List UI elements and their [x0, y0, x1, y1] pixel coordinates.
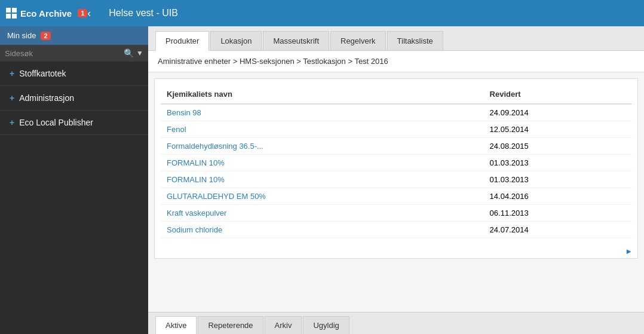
product-link[interactable]: Sodium chloride: [167, 225, 222, 234]
product-link[interactable]: FORMALIN 10%: [167, 158, 225, 167]
sidebar-item-label: Stoffkartotek: [19, 69, 66, 78]
products-table: Kjemikaliets navn Revidert Bensin 9824.0…: [161, 85, 631, 238]
product-name-cell[interactable]: FORMALIN 10%: [161, 171, 484, 188]
badge-1: 1: [78, 9, 87, 17]
top-navbar: Eco Archive 1 ‹ Helse vest - UIB: [0, 0, 644, 26]
product-date-cell: 14.04.2016: [484, 188, 631, 205]
col-header-date: Revidert: [484, 85, 631, 104]
min-side-link[interactable]: Min side 2: [0, 26, 148, 45]
product-link[interactable]: Fenol: [167, 125, 186, 134]
product-date-cell: 12.05.2014: [484, 121, 631, 138]
table-row: Bensin 9824.09.2014: [161, 104, 631, 121]
product-link[interactable]: Bensin 98: [167, 108, 201, 117]
page-title: Helse vest - UIB: [109, 8, 178, 19]
main-content: Produkter Lokasjon Masseutskrift Regelve…: [148, 26, 644, 334]
app-logo[interactable]: Eco Archive 1: [6, 8, 87, 19]
sidebar: Min side 2 🔍 ▼ + Stoffkartotek + Adminis…: [0, 26, 148, 334]
bottom-tab-ugyldig[interactable]: Ugyldig: [303, 316, 349, 334]
tab-produkter[interactable]: Produkter: [155, 31, 209, 51]
table-row: Formaldehydløsning 36.5-...24.08.2015: [161, 138, 631, 155]
sidebar-search-bar: 🔍 ▼: [0, 45, 148, 62]
product-name-cell[interactable]: FORMALIN 10%: [161, 155, 484, 171]
min-side-label: Min side: [7, 31, 36, 40]
tab-tiltaksliste[interactable]: Tiltaksliste: [387, 31, 443, 50]
bottom-tabs: Aktive Repeterende Arkiv Ugyldig: [148, 312, 644, 334]
search-input[interactable]: [5, 49, 121, 58]
bottom-tab-repeterende[interactable]: Repeterende: [198, 316, 263, 334]
product-date-cell: 01.03.2013: [484, 171, 631, 188]
content-area: Kjemikaliets navn Revidert Bensin 9824.0…: [148, 72, 644, 312]
sidebar-item-label: Eco Local Publisher: [19, 118, 93, 127]
product-name-cell[interactable]: GLUTARALDEHYD EM 50%: [161, 188, 484, 205]
product-link[interactable]: Formaldehydløsning 36.5-...: [167, 142, 263, 151]
product-link[interactable]: GLUTARALDEHYD EM 50%: [167, 192, 266, 201]
breadcrumb-text: Aministrative enheter > HMS-seksjonen > …: [158, 57, 388, 66]
product-date-cell: 24.08.2015: [484, 138, 631, 155]
bottom-tab-aktive[interactable]: Aktive: [155, 316, 197, 334]
app-logo-text: Eco Archive: [20, 8, 72, 19]
tab-lokasjon[interactable]: Lokasjon: [210, 31, 262, 50]
search-button[interactable]: 🔍: [124, 48, 134, 58]
back-chevron-icon[interactable]: ‹: [87, 7, 91, 20]
table-row: Kraft vaskepulver06.11.2013: [161, 205, 631, 222]
product-date-cell: 06.11.2013: [484, 205, 631, 222]
expand-icon: +: [10, 69, 14, 78]
bottom-tab-arkiv[interactable]: Arkiv: [265, 316, 302, 334]
product-name-cell[interactable]: Bensin 98: [161, 104, 484, 121]
product-link[interactable]: FORMALIN 10%: [167, 175, 225, 184]
main-tabs: Produkter Lokasjon Masseutskrift Regelve…: [148, 26, 644, 51]
tab-masseutskrift[interactable]: Masseutskrift: [263, 31, 329, 50]
breadcrumb: Aministrative enheter > HMS-seksjonen > …: [148, 51, 644, 72]
product-name-cell[interactable]: Fenol: [161, 121, 484, 138]
col-header-name: Kjemikaliets navn: [161, 85, 484, 104]
main-layout: Min side 2 🔍 ▼ + Stoffkartotek + Adminis…: [0, 26, 644, 334]
product-name-cell[interactable]: Kraft vaskepulver: [161, 205, 484, 222]
products-card: Kjemikaliets navn Revidert Bensin 9824.0…: [154, 78, 638, 259]
product-name-cell[interactable]: Sodium chloride: [161, 222, 484, 238]
sidebar-item-administrasjon[interactable]: + Administrasjon: [0, 86, 148, 111]
table-row: GLUTARALDEHYD EM 50%14.04.2016: [161, 188, 631, 205]
sidebar-item-label: Administrasjon: [19, 93, 74, 103]
more-link-icon: ►: [625, 247, 633, 256]
product-date-cell: 24.09.2014: [484, 104, 631, 121]
table-row: Sodium chloride24.07.2014: [161, 222, 631, 238]
products-card-inner: Kjemikaliets navn Revidert Bensin 9824.0…: [155, 79, 637, 244]
sidebar-item-stoffkartotek[interactable]: + Stoffkartotek: [0, 62, 148, 86]
table-row: FORMALIN 10%01.03.2013: [161, 155, 631, 171]
sidebar-item-eco-local-publisher[interactable]: + Eco Local Publisher: [0, 111, 148, 135]
table-row: FORMALIN 10%01.03.2013: [161, 171, 631, 188]
product-date-cell: 24.07.2014: [484, 222, 631, 238]
more-link[interactable]: ►: [155, 244, 637, 258]
expand-icon: +: [10, 93, 14, 103]
tab-regelverk[interactable]: Regelverk: [330, 31, 386, 50]
product-link[interactable]: Kraft vaskepulver: [167, 209, 226, 217]
product-date-cell: 01.03.2013: [484, 155, 631, 171]
search-dropdown-button[interactable]: ▼: [136, 49, 143, 57]
badge-2: 2: [41, 32, 50, 40]
grid-icon: [6, 8, 17, 19]
expand-icon: +: [10, 118, 14, 127]
product-name-cell[interactable]: Formaldehydløsning 36.5-...: [161, 138, 484, 155]
table-row: Fenol12.05.2014: [161, 121, 631, 138]
